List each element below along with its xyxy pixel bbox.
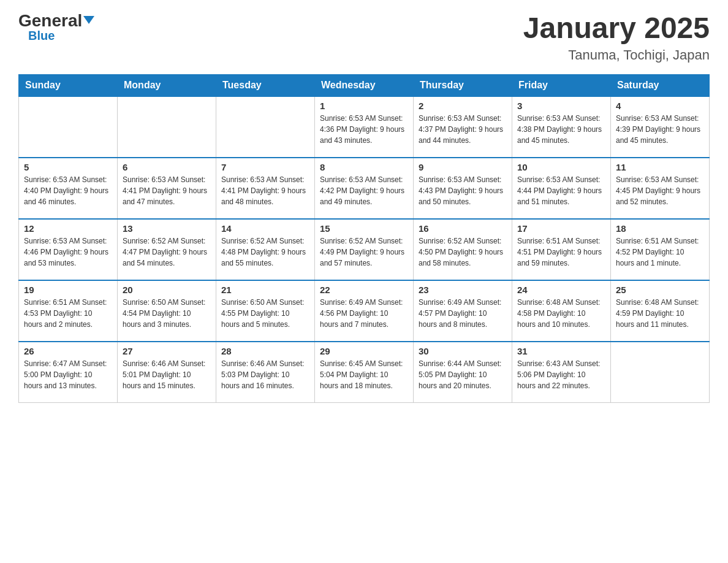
day-info: Sunrise: 6:45 AM Sunset: 5:04 PM Dayligh… xyxy=(320,358,408,391)
day-number: 4 xyxy=(616,101,704,111)
day-info: Sunrise: 6:53 AM Sunset: 4:44 PM Dayligh… xyxy=(517,174,605,207)
day-number: 2 xyxy=(419,101,507,111)
day-number: 6 xyxy=(123,162,211,172)
calendar-cell xyxy=(118,96,216,158)
day-info: Sunrise: 6:53 AM Sunset: 4:41 PM Dayligh… xyxy=(221,174,309,207)
calendar-week-row: 26Sunrise: 6:47 AM Sunset: 5:00 PM Dayli… xyxy=(19,342,710,403)
day-number: 29 xyxy=(320,346,408,356)
day-number: 14 xyxy=(221,223,309,234)
day-number: 19 xyxy=(24,285,112,295)
day-info: Sunrise: 6:49 AM Sunset: 4:57 PM Dayligh… xyxy=(419,297,507,330)
day-info: Sunrise: 6:53 AM Sunset: 4:38 PM Dayligh… xyxy=(517,113,605,146)
calendar-week-row: 12Sunrise: 6:53 AM Sunset: 4:46 PM Dayli… xyxy=(19,219,710,280)
day-number: 26 xyxy=(24,346,112,356)
day-info: Sunrise: 6:52 AM Sunset: 4:50 PM Dayligh… xyxy=(419,236,507,269)
calendar-cell: 25Sunrise: 6:48 AM Sunset: 4:59 PM Dayli… xyxy=(611,280,710,342)
day-info: Sunrise: 6:51 AM Sunset: 4:53 PM Dayligh… xyxy=(24,297,112,330)
day-info: Sunrise: 6:53 AM Sunset: 4:41 PM Dayligh… xyxy=(123,174,211,207)
day-info: Sunrise: 6:44 AM Sunset: 5:05 PM Dayligh… xyxy=(419,358,507,391)
title-area: January 2025 Tanuma, Tochigi, Japan xyxy=(523,12,710,63)
logo: General Blue xyxy=(18,12,94,42)
month-title: January 2025 xyxy=(523,12,710,45)
day-number: 21 xyxy=(221,285,309,295)
calendar-cell: 28Sunrise: 6:46 AM Sunset: 5:03 PM Dayli… xyxy=(216,342,315,403)
day-info: Sunrise: 6:53 AM Sunset: 4:46 PM Dayligh… xyxy=(24,236,112,269)
calendar-cell: 2Sunrise: 6:53 AM Sunset: 4:37 PM Daylig… xyxy=(414,96,512,158)
calendar-cell: 17Sunrise: 6:51 AM Sunset: 4:51 PM Dayli… xyxy=(512,219,611,280)
calendar-cell: 21Sunrise: 6:50 AM Sunset: 4:55 PM Dayli… xyxy=(216,280,315,342)
calendar-cell: 30Sunrise: 6:44 AM Sunset: 5:05 PM Dayli… xyxy=(414,342,512,403)
day-info: Sunrise: 6:51 AM Sunset: 4:52 PM Dayligh… xyxy=(616,236,704,269)
calendar-cell: 20Sunrise: 6:50 AM Sunset: 4:54 PM Dayli… xyxy=(118,280,216,342)
day-number: 9 xyxy=(419,162,507,172)
day-number: 24 xyxy=(517,285,605,295)
day-number: 17 xyxy=(517,223,605,234)
day-of-week-header: Sunday xyxy=(19,74,118,96)
calendar-cell: 9Sunrise: 6:53 AM Sunset: 4:43 PM Daylig… xyxy=(414,158,512,219)
calendar-body: 1Sunrise: 6:53 AM Sunset: 4:36 PM Daylig… xyxy=(19,96,710,403)
day-number: 13 xyxy=(123,223,211,234)
calendar-cell: 10Sunrise: 6:53 AM Sunset: 4:44 PM Dayli… xyxy=(512,158,611,219)
day-number: 23 xyxy=(419,285,507,295)
calendar-cell: 7Sunrise: 6:53 AM Sunset: 4:41 PM Daylig… xyxy=(216,158,315,219)
day-of-week-header: Thursday xyxy=(414,74,512,96)
day-info: Sunrise: 6:53 AM Sunset: 4:45 PM Dayligh… xyxy=(616,174,704,207)
day-number: 30 xyxy=(419,346,507,356)
day-number: 28 xyxy=(221,346,309,356)
day-number: 22 xyxy=(320,285,408,295)
day-info: Sunrise: 6:48 AM Sunset: 4:58 PM Dayligh… xyxy=(517,297,605,330)
day-info: Sunrise: 6:51 AM Sunset: 4:51 PM Dayligh… xyxy=(517,236,605,269)
day-of-week-header: Friday xyxy=(512,74,611,96)
calendar-cell: 19Sunrise: 6:51 AM Sunset: 4:53 PM Dayli… xyxy=(19,280,118,342)
day-info: Sunrise: 6:53 AM Sunset: 4:37 PM Dayligh… xyxy=(419,113,507,146)
day-number: 16 xyxy=(419,223,507,234)
logo-blue-text: Blue xyxy=(28,29,55,42)
day-number: 31 xyxy=(517,346,605,356)
calendar-cell: 26Sunrise: 6:47 AM Sunset: 5:00 PM Dayli… xyxy=(19,342,118,403)
calendar-cell: 3Sunrise: 6:53 AM Sunset: 4:38 PM Daylig… xyxy=(512,96,611,158)
day-info: Sunrise: 6:52 AM Sunset: 4:49 PM Dayligh… xyxy=(320,236,408,269)
calendar-cell: 24Sunrise: 6:48 AM Sunset: 4:58 PM Dayli… xyxy=(512,280,611,342)
calendar-cell: 22Sunrise: 6:49 AM Sunset: 4:56 PM Dayli… xyxy=(315,280,414,342)
day-info: Sunrise: 6:49 AM Sunset: 4:56 PM Dayligh… xyxy=(320,297,408,330)
day-number: 5 xyxy=(24,162,112,172)
day-number: 15 xyxy=(320,223,408,234)
day-info: Sunrise: 6:46 AM Sunset: 5:01 PM Dayligh… xyxy=(123,358,211,391)
day-info: Sunrise: 6:53 AM Sunset: 4:40 PM Dayligh… xyxy=(24,174,112,207)
day-info: Sunrise: 6:50 AM Sunset: 4:54 PM Dayligh… xyxy=(123,297,211,330)
calendar-table: SundayMondayTuesdayWednesdayThursdayFrid… xyxy=(18,74,710,404)
calendar-cell: 29Sunrise: 6:45 AM Sunset: 5:04 PM Dayli… xyxy=(315,342,414,403)
calendar-cell: 23Sunrise: 6:49 AM Sunset: 4:57 PM Dayli… xyxy=(414,280,512,342)
location-title: Tanuma, Tochigi, Japan xyxy=(523,47,710,63)
day-of-week-header: Monday xyxy=(118,74,216,96)
day-number: 25 xyxy=(616,285,704,295)
day-info: Sunrise: 6:52 AM Sunset: 4:47 PM Dayligh… xyxy=(123,236,211,269)
day-of-week-header: Saturday xyxy=(611,74,710,96)
calendar-cell: 31Sunrise: 6:43 AM Sunset: 5:06 PM Dayli… xyxy=(512,342,611,403)
day-number: 10 xyxy=(517,162,605,172)
day-number: 20 xyxy=(123,285,211,295)
calendar-cell: 6Sunrise: 6:53 AM Sunset: 4:41 PM Daylig… xyxy=(118,158,216,219)
day-info: Sunrise: 6:53 AM Sunset: 4:43 PM Dayligh… xyxy=(419,174,507,207)
calendar-cell: 8Sunrise: 6:53 AM Sunset: 4:42 PM Daylig… xyxy=(315,158,414,219)
day-number: 7 xyxy=(221,162,309,172)
day-number: 8 xyxy=(320,162,408,172)
calendar-cell: 4Sunrise: 6:53 AM Sunset: 4:39 PM Daylig… xyxy=(611,96,710,158)
calendar-cell xyxy=(611,342,710,403)
day-info: Sunrise: 6:53 AM Sunset: 4:39 PM Dayligh… xyxy=(616,113,704,146)
day-of-week-header: Tuesday xyxy=(216,74,315,96)
calendar-cell: 13Sunrise: 6:52 AM Sunset: 4:47 PM Dayli… xyxy=(118,219,216,280)
day-info: Sunrise: 6:53 AM Sunset: 4:36 PM Dayligh… xyxy=(320,113,408,146)
day-of-week-header: Wednesday xyxy=(315,74,414,96)
day-info: Sunrise: 6:50 AM Sunset: 4:55 PM Dayligh… xyxy=(221,297,309,330)
calendar-cell: 16Sunrise: 6:52 AM Sunset: 4:50 PM Dayli… xyxy=(414,219,512,280)
day-info: Sunrise: 6:47 AM Sunset: 5:00 PM Dayligh… xyxy=(24,358,112,391)
calendar-cell: 1Sunrise: 6:53 AM Sunset: 4:36 PM Daylig… xyxy=(315,96,414,158)
calendar-week-row: 1Sunrise: 6:53 AM Sunset: 4:36 PM Daylig… xyxy=(19,96,710,158)
calendar-header: SundayMondayTuesdayWednesdayThursdayFrid… xyxy=(19,74,710,96)
day-number: 3 xyxy=(517,101,605,111)
calendar-cell: 11Sunrise: 6:53 AM Sunset: 4:45 PM Dayli… xyxy=(611,158,710,219)
calendar-cell: 14Sunrise: 6:52 AM Sunset: 4:48 PM Dayli… xyxy=(216,219,315,280)
day-info: Sunrise: 6:46 AM Sunset: 5:03 PM Dayligh… xyxy=(221,358,309,391)
calendar-cell: 27Sunrise: 6:46 AM Sunset: 5:01 PM Dayli… xyxy=(118,342,216,403)
